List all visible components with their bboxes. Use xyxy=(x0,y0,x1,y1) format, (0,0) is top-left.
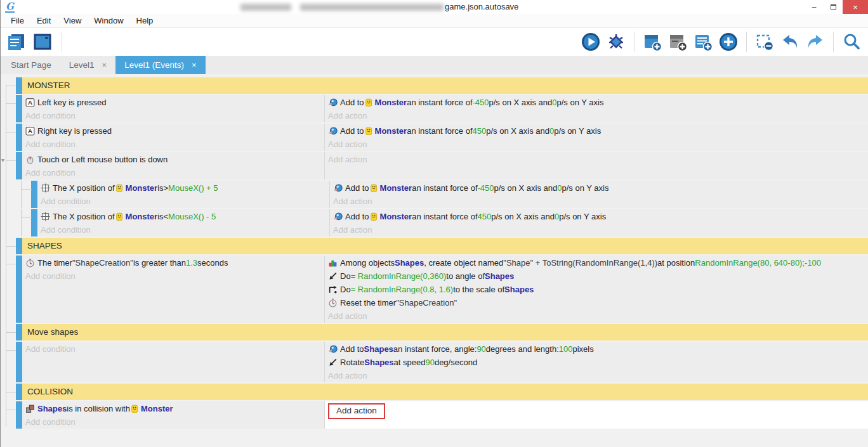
minimize-button[interactable]: – xyxy=(805,0,824,14)
actions-cell[interactable]: Add to Monster an instant force of 450 p… xyxy=(330,209,868,236)
conditions-cell[interactable]: Touch or Left mouse button is downAdd co… xyxy=(22,152,325,179)
event-handle-bar[interactable] xyxy=(16,324,22,340)
add-condition-link[interactable]: Add condition xyxy=(22,269,324,283)
conditions-cell[interactable]: The timer "ShapeCreation" is greater tha… xyxy=(22,256,325,323)
action-line[interactable]: Rotate Shapes at speed 90deg/second xyxy=(325,356,868,369)
add-condition-link[interactable]: Add condition xyxy=(22,138,324,151)
condition-line[interactable]: The X position of Monster is < MouseX() … xyxy=(37,210,329,223)
conditions-cell[interactable]: Shapes is in collision with MonsterAdd c… xyxy=(22,401,325,429)
condition-line[interactable]: ALeft key is pressed xyxy=(22,96,324,109)
event-handle-bar[interactable] xyxy=(16,256,22,323)
force-icon xyxy=(328,98,338,107)
conditions-cell[interactable]: ALeft key is pressedAdd condition xyxy=(22,95,325,122)
actions-cell[interactable]: Add action xyxy=(325,401,868,429)
add-condition-link[interactable]: Add condition xyxy=(37,195,329,208)
event-group-header[interactable]: Move shapes xyxy=(22,324,868,340)
tab-start-page[interactable]: Start Page xyxy=(2,56,60,74)
text-segment: Shapes xyxy=(395,258,424,268)
text-segment: Shapes xyxy=(504,285,534,294)
conditions-cell[interactable]: Add condition xyxy=(22,342,325,382)
actions-cell[interactable]: Among objects Shapes, create object name… xyxy=(325,256,868,323)
action-line[interactable]: Add to Monster an instant force of -450 … xyxy=(330,181,868,195)
project-manager-button[interactable] xyxy=(6,32,26,52)
event-handle-bar[interactable] xyxy=(16,342,22,382)
action-line[interactable]: Do = RandomInRange(0.8, 1.6) to the scal… xyxy=(325,283,868,296)
event-handle-bar[interactable] xyxy=(16,384,22,400)
delete-selection-button[interactable] xyxy=(754,32,775,52)
actions-cell[interactable]: Add to Monster an instant force of -450 … xyxy=(330,181,868,208)
add-action-link[interactable]: Add action xyxy=(325,153,868,166)
scene-editor-button[interactable] xyxy=(32,32,53,52)
conditions-cell[interactable]: The X position of Monster is < MouseX() … xyxy=(37,209,330,236)
close-button[interactable]: × xyxy=(843,0,868,14)
event-handle-bar[interactable] xyxy=(16,95,22,122)
condition-line[interactable]: Touch or Left mouse button is down xyxy=(22,153,324,166)
add-subevent-button[interactable] xyxy=(667,32,688,52)
action-line[interactable]: Do = RandomInRange(0,360) to angle of Sh… xyxy=(325,269,868,283)
actions-cell[interactable]: Add to Monster an instant force of -450 … xyxy=(325,95,868,122)
mouse-icon xyxy=(25,155,35,164)
text-segment: 450 xyxy=(478,212,492,221)
maximize-button[interactable] xyxy=(824,0,843,14)
event-row: Add conditionAdd to Shapes an instant fo… xyxy=(1,342,868,382)
add-condition-link[interactable]: Add condition xyxy=(37,223,329,236)
conditions-cell[interactable]: The X position of Monster is > MouseX() … xyxy=(37,181,330,208)
menu-item-view[interactable]: View xyxy=(57,14,88,28)
add-action-link[interactable]: Add action xyxy=(325,309,868,323)
tab-level1[interactable]: Level1× xyxy=(60,56,115,74)
action-line[interactable]: Add to Shapes an instant force, angle: 9… xyxy=(325,342,868,356)
event-handle-bar[interactable] xyxy=(31,181,37,208)
add-new-button[interactable] xyxy=(718,32,739,52)
add-condition-link[interactable]: Add condition xyxy=(22,415,324,429)
search-button[interactable] xyxy=(841,32,862,52)
event-group-header[interactable]: MONSTER xyxy=(22,77,868,94)
condition-line[interactable]: The X position of Monster is > MouseX() … xyxy=(37,181,329,195)
conditions-cell[interactable]: ARight key is pressedAdd condition xyxy=(22,124,325,151)
event-handle-bar[interactable] xyxy=(16,77,22,94)
redo-button[interactable] xyxy=(805,32,825,52)
event-handle-bar[interactable] xyxy=(16,152,22,179)
tab-close-icon[interactable]: × xyxy=(192,60,197,70)
text-segment: MouseX() - 5 xyxy=(168,212,216,221)
menu-item-window[interactable]: Window xyxy=(88,14,129,28)
event-group-header[interactable]: COLLISION xyxy=(22,384,868,400)
add-action-link[interactable]: Add action xyxy=(325,369,868,382)
action-line[interactable]: Add to Monster an instant force of 450 p… xyxy=(330,210,868,223)
tab-level1-events-[interactable]: Level1 (Events)× xyxy=(115,56,205,74)
condition-line[interactable]: ARight key is pressed xyxy=(22,124,324,138)
add-action-link[interactable]: Add action xyxy=(325,138,868,151)
menu-item-help[interactable]: Help xyxy=(130,14,160,28)
event-handle-bar[interactable] xyxy=(31,209,37,236)
add-condition-link[interactable]: Add condition xyxy=(22,109,324,122)
add-action-link[interactable]: Add action xyxy=(330,195,868,208)
event-handle-bar[interactable] xyxy=(16,238,22,254)
add-action-link[interactable]: Add action xyxy=(325,109,868,122)
tree-gutter xyxy=(1,256,16,323)
add-action-link[interactable]: Add action xyxy=(330,223,868,236)
menu-item-edit[interactable]: Edit xyxy=(30,14,57,28)
actions-cell[interactable]: Add to Monster an instant force of 450 p… xyxy=(325,124,868,151)
action-line[interactable]: Reset the timer "ShapeCreation" xyxy=(325,296,868,309)
tab-close-icon[interactable]: × xyxy=(102,60,107,70)
action-line[interactable]: Add to Monster an instant force of -450 … xyxy=(325,96,868,109)
play-button[interactable] xyxy=(581,32,601,52)
menu-item-file[interactable]: File xyxy=(4,14,30,28)
actions-cell[interactable]: Add to Shapes an instant force, angle: 9… xyxy=(325,342,868,382)
add-condition-link[interactable]: Add condition xyxy=(22,342,324,356)
event-handle-bar[interactable] xyxy=(16,124,22,151)
action-line[interactable]: Among objects Shapes, create object name… xyxy=(325,256,868,269)
condition-line[interactable]: The timer "ShapeCreation" is greater tha… xyxy=(22,256,324,269)
event-handle-bar[interactable] xyxy=(16,401,22,429)
collapse-arrow-icon[interactable]: ▾ xyxy=(1,157,4,164)
actions-cell[interactable]: Add action xyxy=(325,152,868,179)
undo-button[interactable] xyxy=(780,32,800,52)
add-action-button-highlighted[interactable]: Add action xyxy=(328,403,385,419)
debug-button[interactable] xyxy=(606,32,626,52)
condition-line[interactable]: Shapes is in collision with Monster xyxy=(22,402,324,415)
add-event-button[interactable] xyxy=(642,32,662,52)
add-condition-link[interactable]: Add condition xyxy=(22,166,324,179)
event-group-header[interactable]: SHAPES xyxy=(22,238,868,254)
add-comment-button[interactable] xyxy=(693,32,713,52)
action-line[interactable]: Add to Monster an instant force of 450 p… xyxy=(325,124,868,138)
text-segment: < xyxy=(164,212,169,221)
